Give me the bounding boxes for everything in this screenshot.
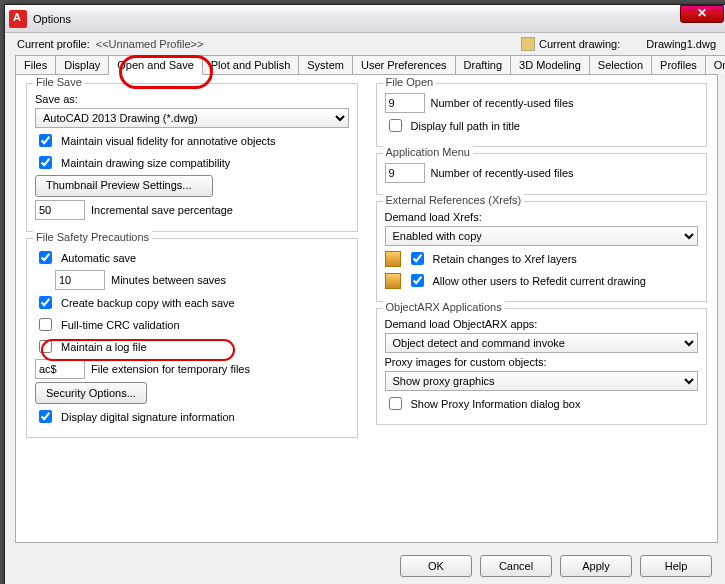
group-arx: ObjectARX Applications Demand load Objec… xyxy=(376,308,708,425)
close-button[interactable]: ✕ xyxy=(680,5,724,23)
demand-arx-label: Demand load ObjectARX apps: xyxy=(385,318,538,330)
cancel-button[interactable]: Cancel xyxy=(480,555,552,577)
recent-files-input[interactable] xyxy=(385,93,425,113)
group-title-app-menu: Application Menu xyxy=(383,146,473,158)
appmenu-recent-label: Number of recently-used files xyxy=(431,167,574,179)
group-xrefs: External References (Xrefs) Demand load … xyxy=(376,201,708,302)
chk-retain[interactable] xyxy=(411,252,424,265)
drawing-value: Drawing1.dwg xyxy=(646,38,716,50)
drawing-label: Current drawing: xyxy=(539,38,620,50)
drawing-icon xyxy=(521,37,535,51)
proxy-select[interactable]: Show proxy graphics xyxy=(385,371,699,391)
incremental-label: Incremental save percentage xyxy=(91,204,233,216)
group-title-xrefs: External References (Xrefs) xyxy=(383,194,525,206)
tab-3d-modeling[interactable]: 3D Modeling xyxy=(510,55,590,74)
incremental-input[interactable] xyxy=(35,200,85,220)
tab-display[interactable]: Display xyxy=(55,55,109,74)
footer: OK Cancel Apply Help xyxy=(400,555,712,577)
chk-signature[interactable] xyxy=(39,410,52,423)
group-file-save: File Save Save as: AutoCAD 2013 Drawing … xyxy=(26,83,358,232)
lbl-fullpath: Display full path in title xyxy=(411,120,520,132)
xref-icon xyxy=(385,251,401,267)
chk-crc[interactable] xyxy=(39,318,52,331)
demand-xrefs-label: Demand load Xrefs: xyxy=(385,211,482,223)
proxy-label: Proxy images for custom objects: xyxy=(385,356,547,368)
lbl-backup: Create backup copy with each save xyxy=(61,297,235,309)
group-file-open: File Open Number of recently-used files … xyxy=(376,83,708,147)
group-title-file-open: File Open xyxy=(383,76,437,88)
minutes-input[interactable] xyxy=(55,270,105,290)
tab-profiles[interactable]: Profiles xyxy=(651,55,706,74)
demand-arx-select[interactable]: Object detect and command invoke xyxy=(385,333,699,353)
lbl-retain: Retain changes to Xref layers xyxy=(433,253,577,265)
tab-drafting[interactable]: Drafting xyxy=(455,55,512,74)
appmenu-recent-input[interactable] xyxy=(385,163,425,183)
help-button[interactable]: Help xyxy=(640,555,712,577)
app-icon xyxy=(9,10,27,28)
group-safety: File Safety Precautions Automatic save M… xyxy=(26,238,358,438)
chk-fullpath[interactable] xyxy=(389,119,402,132)
lbl-crc: Full-time CRC validation xyxy=(61,319,180,331)
profile-value: <<Unnamed Profile>> xyxy=(96,38,204,50)
tabstrip: Files Display Open and Save Plot and Pub… xyxy=(15,55,718,75)
panel: File Save Save as: AutoCAD 2013 Drawing … xyxy=(15,75,718,543)
chk-proxydlg[interactable] xyxy=(389,397,402,410)
tab-files[interactable]: Files xyxy=(15,55,56,74)
tab-system[interactable]: System xyxy=(298,55,353,74)
profile-row: Current profile: <<Unnamed Profile>> Cur… xyxy=(5,33,725,55)
ext-label: File extension for temporary files xyxy=(91,363,250,375)
chk-annotative[interactable] xyxy=(39,134,52,147)
lbl-compat: Maintain drawing size compatibility xyxy=(61,157,230,169)
group-title-safety: File Safety Precautions xyxy=(33,231,152,243)
ext-input[interactable] xyxy=(35,359,85,379)
ok-button[interactable]: OK xyxy=(400,555,472,577)
group-app-menu: Application Menu Number of recently-used… xyxy=(376,153,708,195)
demand-xrefs-select[interactable]: Enabled with copy xyxy=(385,226,699,246)
tab-user-prefs[interactable]: User Preferences xyxy=(352,55,456,74)
lbl-annotative: Maintain visual fidelity for annotative … xyxy=(61,135,276,147)
chk-log[interactable] xyxy=(39,340,52,353)
profile-label: Current profile: xyxy=(17,38,90,50)
save-as-label: Save as: xyxy=(35,93,78,105)
group-title-arx: ObjectARX Applications xyxy=(383,301,505,313)
titlebar: Options ✕ xyxy=(5,5,725,33)
lbl-refedit: Allow other users to Refedit current dra… xyxy=(433,275,646,287)
xref-icon xyxy=(385,273,401,289)
apply-button[interactable]: Apply xyxy=(560,555,632,577)
lbl-autosave: Automatic save xyxy=(61,252,136,264)
lbl-log: Maintain a log file xyxy=(61,341,147,353)
lbl-signature: Display digital signature information xyxy=(61,411,235,423)
minutes-label: Minutes between saves xyxy=(111,274,226,286)
cursor-icon xyxy=(192,179,202,193)
chk-autosave[interactable] xyxy=(39,251,52,264)
chk-compat[interactable] xyxy=(39,156,52,169)
left-column: File Save Save as: AutoCAD 2013 Drawing … xyxy=(26,83,358,532)
chk-refedit[interactable] xyxy=(411,274,424,287)
tab-online[interactable]: Online xyxy=(705,55,725,74)
right-column: File Open Number of recently-used files … xyxy=(376,83,708,532)
window-title: Options xyxy=(33,13,71,25)
tab-plot-publish[interactable]: Plot and Publish xyxy=(202,55,300,74)
chk-backup[interactable] xyxy=(39,296,52,309)
tab-selection[interactable]: Selection xyxy=(589,55,652,74)
lbl-proxydlg: Show Proxy Information dialog box xyxy=(411,398,581,410)
options-dialog: Options ✕ Current profile: <<Unnamed Pro… xyxy=(4,4,725,584)
recent-files-label: Number of recently-used files xyxy=(431,97,574,109)
group-title-file-save: File Save xyxy=(33,76,85,88)
security-options-button[interactable]: Security Options... xyxy=(35,382,147,404)
thumbnail-settings-button[interactable]: Thumbnail Preview Settings... xyxy=(35,175,213,197)
save-as-select[interactable]: AutoCAD 2013 Drawing (*.dwg) xyxy=(35,108,349,128)
tab-open-and-save[interactable]: Open and Save xyxy=(108,55,202,75)
